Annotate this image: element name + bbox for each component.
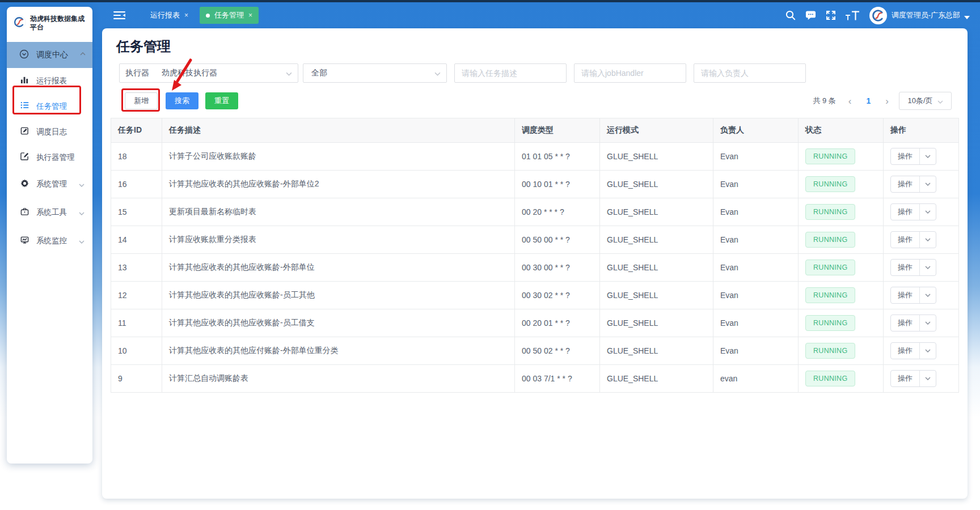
cell-run-mode: GLUE_SHELL [600, 226, 713, 254]
toolbox-icon [20, 207, 29, 218]
cell-operation: 操作 [884, 143, 959, 171]
operation-button[interactable]: 操作 [890, 342, 936, 359]
cell-job-desc: 计算其他应收表的其他应付账龄-外部单位重分类 [162, 337, 515, 365]
search-icon[interactable] [785, 10, 796, 20]
operation-button[interactable]: 操作 [890, 203, 936, 220]
chevron-down-icon[interactable] [919, 176, 936, 192]
cell-cron: 00 30 02 * * ? [515, 282, 600, 309]
chevron-down-icon [286, 69, 292, 78]
chevron-down-icon[interactable] [919, 371, 936, 386]
chevron-down-icon[interactable] [919, 204, 936, 220]
operation-button[interactable]: 操作 [890, 314, 936, 332]
sidebar-item-system-monitor[interactable]: 系统监控 [7, 227, 92, 255]
operation-button[interactable]: 操作 [890, 259, 936, 276]
user-name[interactable]: 调度管理员-广东总部 [892, 10, 960, 20]
table-row: 18 计算子公司应收账款账龄 01 01 05 * * ? GLUE_SHELL… [111, 143, 959, 171]
owner-input[interactable] [694, 64, 805, 82]
pagination-next[interactable]: › [885, 96, 889, 106]
operation-button[interactable]: 操作 [890, 370, 936, 387]
cell-cron: 00 10 01 * * ? [515, 171, 600, 198]
pagination-total: 共 9 条 [813, 96, 835, 106]
main-content: 任务管理 执行器 劲虎科技执行器 全部 新增 搜索 重置 共 9 条 [102, 28, 968, 499]
table-header-row: 任务ID 任务描述 调度类型 运行模式 负责人 状态 操作 [111, 118, 959, 143]
cell-job-id: 15 [111, 198, 162, 226]
job-handler-input[interactable] [575, 64, 686, 82]
app-title: 劲虎科技数据集成平台 [30, 15, 88, 32]
job-desc-input[interactable] [455, 64, 566, 82]
sidebar-item-system-manage[interactable]: 系统管理 [7, 170, 92, 198]
chevron-down-icon [79, 236, 85, 246]
cell-run-mode: GLUE_SHELL [600, 309, 713, 337]
owner-field-wrap [694, 63, 806, 83]
avatar[interactable] [869, 7, 887, 24]
cell-run-mode: GLUE_SHELL [600, 365, 713, 393]
cell-status: RUNNING [799, 198, 884, 226]
chevron-up-icon [80, 50, 86, 60]
table-row: 11 计算其他应收表的其他应收账龄-员工借支 00 20 01 * * ? GL… [111, 309, 959, 337]
edit-log-icon [20, 126, 29, 137]
active-dot [206, 14, 210, 18]
gear-icon [20, 179, 29, 190]
sidebar-item-system-tools[interactable]: 系统工具 [7, 198, 92, 227]
chevron-down-icon[interactable] [919, 260, 936, 275]
cell-status: RUNNING [799, 226, 884, 254]
cell-run-mode: GLUE_SHELL [600, 254, 713, 282]
message-icon[interactable] [805, 10, 816, 20]
close-icon[interactable]: × [248, 11, 252, 19]
add-button[interactable]: 新增 [125, 92, 158, 109]
status-badge: RUNNING [805, 371, 855, 386]
cell-job-desc: 计算其他应收表的其他应收账龄-外部单位 [162, 254, 515, 282]
close-icon[interactable]: × [184, 11, 188, 19]
col-header-status: 状态 [799, 118, 884, 143]
cell-status: RUNNING [799, 365, 884, 393]
operation-button[interactable]: 操作 [890, 231, 936, 248]
filter-bar: 执行器 劲虎科技执行器 全部 [102, 63, 968, 83]
status-filter-value: 全部 [311, 68, 434, 78]
status-filter-select[interactable]: 全部 [303, 63, 447, 83]
chevron-down-icon[interactable] [919, 232, 936, 248]
chevron-down-icon[interactable] [919, 315, 936, 331]
topbar: 运行报表 × 任务管理 × [101, 2, 980, 28]
cell-owner: Evan [713, 198, 799, 226]
font-size-icon[interactable] [846, 11, 860, 20]
app-logo-row: 劲虎科技数据集成平台 [7, 7, 92, 37]
pagination-prev[interactable]: ‹ [848, 96, 852, 106]
cell-operation: 操作 [884, 171, 959, 198]
cell-status: RUNNING [799, 337, 884, 365]
tab-run-report[interactable]: 运行报表 × [150, 10, 188, 20]
sidebar-item-job-manage[interactable]: 任务管理 [7, 94, 92, 119]
sidebar-item-dispatch-log[interactable]: 调度日志 [7, 119, 92, 144]
cell-run-mode: GLUE_SHELL [600, 337, 713, 365]
user-dropdown-caret-icon[interactable] [964, 16, 970, 19]
cell-cron: 00 20 01 * * ? [515, 309, 600, 337]
sidebar-item-run-report[interactable]: 运行报表 [7, 68, 92, 94]
operation-button[interactable]: 操作 [890, 287, 936, 304]
cell-cron: 01 01 05 * * ? [515, 143, 600, 171]
fullscreen-icon[interactable] [826, 10, 836, 20]
menu-collapse-icon[interactable] [113, 11, 125, 20]
reset-button[interactable]: 重置 [205, 92, 238, 109]
chevron-down-icon[interactable] [919, 343, 936, 359]
executor-select[interactable]: 执行器 劲虎科技执行器 [119, 63, 298, 83]
page-size-select[interactable]: 10条/页 [899, 92, 952, 110]
cell-status: RUNNING [799, 171, 884, 198]
cell-run-mode: GLUE_SHELL [600, 198, 713, 226]
cell-job-desc: 计算其他应收表的其他应收账龄-员工其他 [162, 282, 515, 309]
cell-job-desc: 计算应收账款重分类报表 [162, 226, 515, 254]
cell-owner: Evan [713, 309, 799, 337]
chevron-down-icon [79, 179, 85, 189]
sidebar-group-dispatch-center[interactable]: 调度中心 [7, 42, 92, 68]
table-row: 16 计算其他应收表的其他应收账龄-外部单位2 00 10 01 * * ? G… [111, 171, 959, 198]
operation-button[interactable]: 操作 [890, 148, 936, 165]
cell-status: RUNNING [799, 282, 884, 309]
pagination-page-1[interactable]: 1 [867, 96, 871, 105]
search-button[interactable]: 搜索 [166, 92, 198, 109]
chevron-down-icon[interactable] [919, 287, 936, 303]
page-title: 任务管理 [116, 37, 968, 56]
tab-job-manage[interactable]: 任务管理 × [200, 7, 259, 24]
table-row: 14 计算应收账款重分类报表 00 50 00 * * ? GLUE_SHELL… [111, 226, 959, 254]
operation-button[interactable]: 操作 [890, 176, 936, 193]
circle-chevron-icon [19, 49, 29, 61]
sidebar-item-executor-manage[interactable]: 执行器管理 [7, 144, 92, 170]
chevron-down-icon[interactable] [919, 148, 936, 164]
